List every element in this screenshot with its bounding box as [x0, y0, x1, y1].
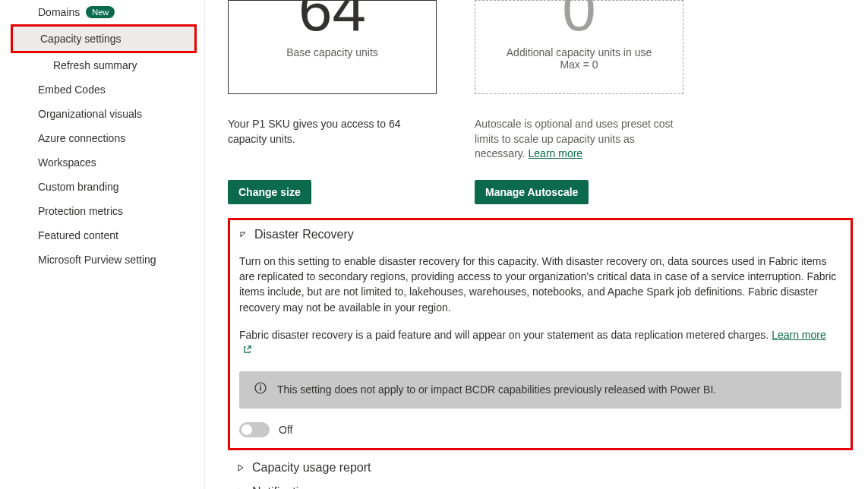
dr-paragraph-2: Fabric disaster recovery is a paid featu… — [239, 327, 841, 359]
section-title: Notifications — [252, 485, 318, 489]
sidebar-item-domains[interactable]: Domains New — [0, 0, 204, 24]
sidebar-item-label: Azure connections — [38, 132, 125, 144]
sidebar-item-label: Workspaces — [38, 156, 96, 169]
sidebar-item-workspaces[interactable]: Workspaces — [0, 150, 204, 175]
sidebar-item-featured-content[interactable]: Featured content — [0, 223, 204, 248]
disaster-recovery-highlight: Disaster Recovery Turn on this setting t… — [228, 218, 853, 451]
dr-toggle[interactable] — [239, 422, 270, 437]
sidebar-item-label: Domains — [38, 6, 80, 18]
sidebar-item-purview-setting[interactable]: Microsoft Purview setting — [0, 248, 204, 272]
disaster-recovery-body: Turn on this setting to enable disaster … — [239, 254, 841, 438]
base-capacity-label: Base capacity units — [286, 46, 378, 58]
svg-rect-2 — [260, 386, 261, 390]
main-content: 64 Base capacity units 0 Additional capa… — [205, 0, 868, 489]
sidebar-item-label: Custom branding — [38, 181, 119, 193]
manage-autoscale-button[interactable]: Manage Autoscale — [475, 180, 589, 204]
dr-paragraph-1: Turn on this setting to enable disaster … — [239, 254, 841, 315]
additional-capacity-label: Additional capacity units in use Max = 0 — [507, 46, 652, 71]
sidebar-item-label: Microsoft Purview setting — [38, 254, 156, 266]
dr-toggle-label: Off — [279, 422, 292, 437]
new-badge: New — [86, 6, 115, 18]
capacity-usage-report-header[interactable]: Capacity usage report — [228, 461, 853, 475]
info-bar-text: This setting does not apply to or impact… — [277, 382, 716, 397]
sku-info-text: Your P1 SKU gives you access to 64 capac… — [228, 117, 437, 162]
sidebar-item-label: Protection metrics — [38, 205, 123, 217]
sidebar-item-protection-metrics[interactable]: Protection metrics — [0, 199, 204, 223]
notifications-header[interactable]: Notifications — [228, 485, 853, 489]
sidebar: Domains New Capacity settings Refresh su… — [0, 0, 205, 489]
autoscale-learn-more-link[interactable]: Learn more — [529, 147, 583, 159]
sidebar-item-org-visuals[interactable]: Organizational visuals — [0, 102, 204, 126]
sidebar-item-label: Capacity settings — [40, 33, 122, 45]
external-link-icon — [242, 343, 252, 358]
info-icon — [254, 382, 267, 398]
sidebar-item-azure-connections[interactable]: Azure connections — [0, 126, 204, 150]
expand-icon — [237, 485, 245, 489]
sidebar-item-label: Embed Codes — [38, 84, 106, 96]
svg-point-1 — [260, 384, 261, 386]
info-bar: This setting does not apply to or impact… — [239, 371, 841, 409]
sidebar-item-capacity-settings[interactable]: Capacity settings — [13, 27, 194, 51]
base-capacity-card: 64 Base capacity units — [228, 0, 437, 94]
change-size-button[interactable]: Change size — [228, 180, 311, 204]
base-capacity-value: 64 — [298, 0, 366, 33]
sidebar-item-refresh-summary[interactable]: Refresh summary — [0, 53, 204, 77]
sidebar-item-label: Featured content — [38, 229, 118, 241]
autoscale-info-text: Autoscale is optional and uses preset co… — [475, 117, 683, 162]
dr-toggle-row: Off — [239, 422, 841, 437]
sidebar-highlight: Capacity settings — [11, 24, 197, 53]
sidebar-item-embed-codes[interactable]: Embed Codes — [0, 77, 204, 102]
disaster-recovery-header[interactable]: Disaster Recovery — [239, 228, 841, 241]
sidebar-item-label: Refresh summary — [53, 59, 137, 71]
sidebar-item-custom-branding[interactable]: Custom branding — [0, 175, 204, 199]
collapse-icon — [239, 228, 247, 241]
sidebar-item-label: Organizational visuals — [38, 108, 142, 120]
section-title: Disaster Recovery — [254, 228, 354, 241]
additional-capacity-value: 0 — [562, 0, 596, 33]
expand-icon — [237, 461, 245, 475]
additional-capacity-card: 0 Additional capacity units in use Max =… — [475, 0, 683, 94]
dr-learn-more-link[interactable]: Learn more — [772, 329, 826, 341]
section-title: Capacity usage report — [252, 461, 371, 475]
